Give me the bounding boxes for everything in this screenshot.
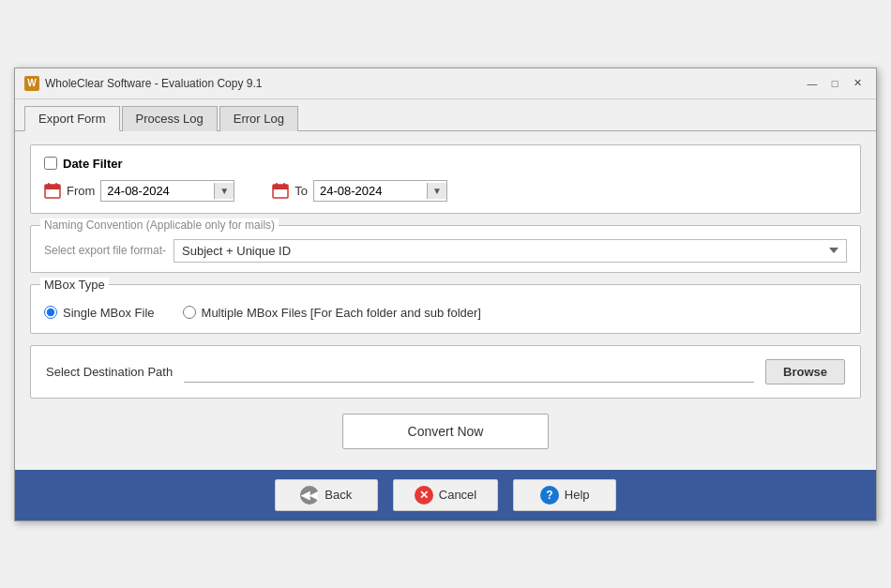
svg-rect-3 [55, 183, 57, 187]
tab-bar: Export Form Process Log Error Log [15, 99, 876, 131]
destination-section: Select Destination Path Browse [30, 345, 861, 399]
destination-path-input[interactable] [184, 360, 754, 383]
app-icon-letter: W [27, 78, 36, 88]
back-label: Back [325, 488, 352, 502]
date-filter-header: Date Filter [44, 157, 847, 171]
window-title: WholeClear Software - Evaluation Copy 9.… [45, 77, 262, 90]
cancel-button[interactable]: ✕ Cancel [393, 479, 498, 511]
from-date-dropdown-button[interactable]: ▼ [214, 183, 234, 199]
title-bar-controls: — □ ✕ [803, 74, 867, 93]
mbox-options: Single MBox File Multiple MBox Files [Fo… [44, 302, 847, 324]
from-calendar-icon [44, 182, 61, 199]
back-icon: ◀◀ [300, 486, 319, 505]
destination-label: Select Destination Path [46, 365, 173, 379]
naming-convention-row: Select export file format- Subject + Uni… [44, 239, 847, 263]
tab-export-form[interactable]: Export Form [24, 106, 120, 131]
naming-convention-legend: Naming Convention (Applicable only for m… [40, 219, 279, 232]
help-button[interactable]: ? Help [513, 479, 616, 511]
svg-rect-5 [273, 185, 288, 189]
from-date-input-wrapper: ▼ [100, 180, 234, 202]
tab-process-log[interactable]: Process Log [122, 106, 218, 131]
date-filter-label: Date Filter [63, 157, 123, 171]
to-date-input[interactable] [314, 181, 427, 201]
mbox-type-legend: MBox Type [40, 278, 109, 292]
multiple-mbox-option[interactable]: Multiple MBox Files [For Each folder and… [183, 306, 481, 320]
footer: ◀◀ Back ✕ Cancel ? Help [15, 470, 876, 520]
title-bar-left: W WholeClear Software - Evaluation Copy … [24, 76, 262, 91]
svg-rect-2 [48, 183, 50, 187]
date-filter-section: Date Filter From [30, 144, 861, 214]
mbox-type-section: MBox Type Single MBox File Multiple MBox… [30, 284, 861, 334]
content-area: Date Filter From [15, 131, 876, 470]
main-window: W WholeClear Software - Evaluation Copy … [14, 68, 877, 521]
multiple-mbox-label: Multiple MBox Files [For Each folder and… [202, 306, 481, 320]
svg-rect-1 [45, 185, 60, 189]
close-button[interactable]: ✕ [848, 74, 867, 93]
naming-format-select[interactable]: Subject + Unique ID Subject Only Unique … [174, 239, 847, 263]
naming-select-label: Select export file format- [44, 244, 166, 257]
maximize-button[interactable]: □ [825, 74, 844, 93]
multiple-mbox-radio[interactable] [183, 306, 196, 319]
to-date-group: To ▼ [272, 180, 447, 202]
single-mbox-radio[interactable] [44, 306, 57, 319]
app-icon: W [24, 76, 39, 91]
single-mbox-option[interactable]: Single MBox File [44, 306, 155, 320]
minimize-button[interactable]: — [803, 74, 822, 93]
from-date-group: From ▼ [44, 180, 234, 202]
svg-rect-6 [276, 183, 278, 187]
to-date-dropdown-button[interactable]: ▼ [427, 183, 446, 199]
cancel-icon: ✕ [415, 486, 433, 505]
naming-convention-section: Naming Convention (Applicable only for m… [30, 225, 861, 273]
single-mbox-label: Single MBox File [63, 306, 155, 320]
convert-now-button[interactable]: Convert Now [342, 414, 549, 449]
title-bar: W WholeClear Software - Evaluation Copy … [15, 68, 876, 99]
to-calendar-icon [272, 182, 289, 199]
from-label: From [67, 184, 95, 198]
convert-button-wrapper: Convert Now [30, 414, 861, 449]
browse-button[interactable]: Browse [765, 359, 845, 384]
svg-rect-7 [283, 183, 285, 187]
to-date-input-wrapper: ▼ [313, 180, 447, 202]
cancel-label: Cancel [439, 488, 476, 502]
tab-error-log[interactable]: Error Log [219, 106, 298, 131]
help-label: Help [565, 488, 590, 502]
help-icon: ? [540, 486, 559, 505]
date-filter-checkbox[interactable] [44, 157, 57, 170]
to-label: To [294, 184, 308, 198]
back-button[interactable]: ◀◀ Back [275, 479, 378, 511]
from-date-input[interactable] [101, 181, 214, 201]
date-row: From ▼ [44, 180, 847, 202]
